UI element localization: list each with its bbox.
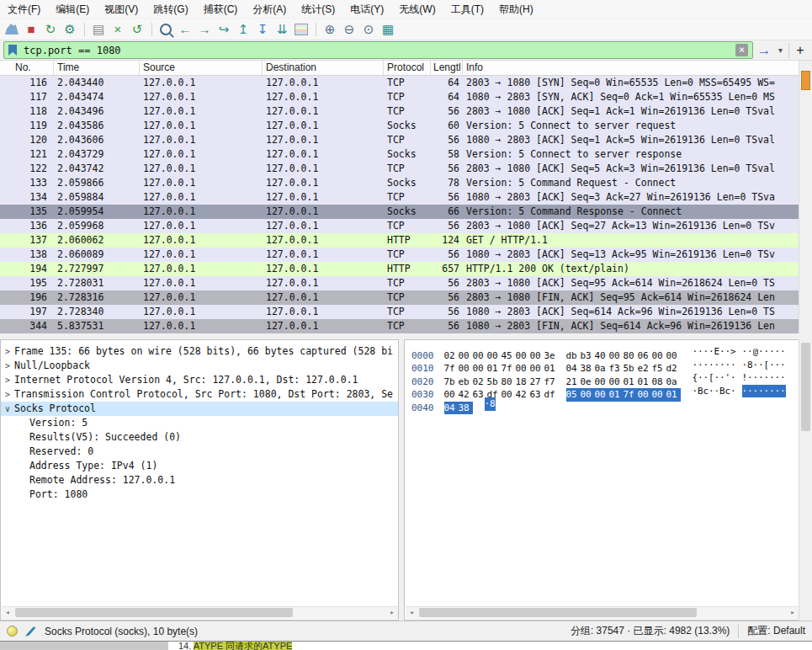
packet-row[interactable]: 134 2.059884 127.0.0.1 127.0.0.1 TCP 56 … xyxy=(0,190,799,205)
menu-item[interactable]: 编辑(E) xyxy=(48,0,97,19)
packet-row[interactable]: 195 2.728031 127.0.0.1 127.0.0.1 TCP 56 … xyxy=(0,276,799,290)
detail-line[interactable]: >Internet Protocol Version 4, Src: 127.0… xyxy=(1,373,398,387)
column-header-info[interactable]: Info xyxy=(463,61,799,75)
detail-line[interactable]: Reserved: 0 xyxy=(1,445,398,459)
collapse-icon[interactable]: ∨ xyxy=(1,402,14,416)
zoom-in-icon[interactable]: ⊕ xyxy=(321,20,339,39)
open-file-icon[interactable]: ▤ xyxy=(89,20,108,39)
filter-dropdown-icon[interactable]: ▾ xyxy=(775,45,786,55)
filter-expression[interactable]: tcp.port == 1080 xyxy=(24,45,735,56)
packet-row[interactable]: 122 2.043742 127.0.0.1 127.0.0.1 TCP 56 … xyxy=(0,162,799,176)
colorize-icon[interactable] xyxy=(292,20,310,39)
detail-line[interactable]: Results(V5): Succeeded (0) xyxy=(1,430,398,445)
hex-byte[interactable]: df xyxy=(544,388,559,402)
ascii-char[interactable]: 8 xyxy=(490,397,496,411)
packet-row[interactable]: 197 2.728340 127.0.0.1 127.0.0.1 TCP 56 … xyxy=(0,305,799,319)
column-header-time[interactable]: Time xyxy=(54,61,140,75)
detail-line[interactable]: Version: 5 xyxy=(1,416,398,430)
menu-item[interactable]: 跳转(G) xyxy=(146,0,195,19)
menu-item[interactable]: 电话(Y) xyxy=(342,0,391,19)
find-packet-icon[interactable] xyxy=(157,20,175,39)
go-to-packet-icon[interactable]: ↪ xyxy=(215,20,233,39)
hex-byte[interactable]: 38 xyxy=(459,402,473,415)
expand-icon[interactable]: > xyxy=(1,359,14,373)
packet-row[interactable]: 135 2.059954 127.0.0.1 127.0.0.1 Socks 6… xyxy=(0,205,799,219)
hex-byte[interactable]: 00 xyxy=(638,388,652,402)
filter-input[interactable]: tcp.port == 1080 × xyxy=(3,41,753,59)
hex-byte[interactable]: 00 xyxy=(595,388,609,402)
hex-byte[interactable]: 00 xyxy=(581,388,595,402)
start-capture-icon[interactable] xyxy=(3,20,21,39)
go-first-packet-icon[interactable]: ↥ xyxy=(234,20,252,39)
details-hscroll-thumb[interactable] xyxy=(15,608,293,617)
hex-byte[interactable]: 01 xyxy=(666,388,681,402)
detail-line[interactable]: ∨Socks Protocol xyxy=(1,402,398,416)
ascii-char[interactable]: · xyxy=(780,345,786,359)
column-header-protocol[interactable]: Protocol xyxy=(384,61,431,75)
filter-add-button[interactable]: + xyxy=(792,43,809,58)
scroll-right-icon[interactable]: ▸ xyxy=(386,607,398,618)
hex-byte[interactable]: 05 xyxy=(566,388,581,402)
packet-row[interactable]: 194 2.727997 127.0.0.1 127.0.0.1 HTTP 65… xyxy=(0,262,799,276)
status-profile[interactable]: 配置: Default xyxy=(747,624,805,638)
packet-row[interactable]: 116 2.043440 127.0.0.1 127.0.0.1 TCP 64 … xyxy=(0,76,799,90)
stop-capture-icon[interactable]: ■ xyxy=(22,20,40,39)
hex-byte[interactable]: 00 xyxy=(502,388,516,402)
filter-apply-button[interactable]: → xyxy=(753,42,775,59)
packet-row[interactable]: 196 2.728316 127.0.0.1 127.0.0.1 TCP 56 … xyxy=(0,290,799,305)
auto-scroll-icon[interactable]: ⇊ xyxy=(273,20,291,39)
menu-item[interactable]: 帮助(H) xyxy=(491,0,541,19)
column-header-source[interactable]: Source xyxy=(140,61,263,75)
detail-line[interactable]: >Frame 135: 66 bytes on wire (528 bits),… xyxy=(1,344,398,359)
packet-row[interactable]: 138 2.060089 127.0.0.1 127.0.0.1 TCP 56 … xyxy=(0,248,799,262)
hex-hscroll-thumb[interactable] xyxy=(419,608,697,617)
hex-byte[interactable]: 63 xyxy=(530,388,544,402)
detail-line[interactable]: Remote Address: 127.0.0.1 xyxy=(1,473,398,488)
hex-byte[interactable]: 04 xyxy=(444,402,459,415)
expand-icon[interactable]: > xyxy=(1,373,14,387)
ascii-char[interactable]: · xyxy=(780,385,786,398)
packet-row[interactable]: 344 5.837531 127.0.0.1 127.0.0.1 TCP 56 … xyxy=(0,319,799,333)
column-header-destination[interactable]: Destination xyxy=(263,61,384,75)
packet-row[interactable]: 119 2.043586 127.0.0.1 127.0.0.1 Socks 6… xyxy=(0,119,799,133)
capture-options-icon[interactable]: ⚙ xyxy=(61,20,79,39)
menu-item[interactable]: 工具(T) xyxy=(443,0,491,19)
close-file-icon[interactable]: × xyxy=(109,20,127,39)
ascii-char[interactable]: · xyxy=(730,371,736,385)
menu-item[interactable]: 无线(W) xyxy=(391,0,443,19)
scroll-right-icon[interactable]: ▸ xyxy=(787,607,799,618)
ascii-char[interactable]: · xyxy=(730,359,736,372)
hex-hscrollbar[interactable]: ◂ ▸ xyxy=(406,606,799,619)
hex-vscroll-thumb[interactable] xyxy=(801,343,810,431)
hex-byte[interactable]: 7f xyxy=(624,388,638,402)
ascii-char[interactable]: > xyxy=(730,345,736,359)
go-back-icon[interactable]: ← xyxy=(176,20,194,39)
packet-row[interactable]: 133 2.059866 127.0.0.1 127.0.0.1 Socks 7… xyxy=(0,176,799,190)
packet-list-vscrollbar[interactable] xyxy=(799,61,812,333)
go-last-packet-icon[interactable]: ↧ xyxy=(253,20,272,39)
packet-row[interactable]: 136 2.059968 127.0.0.1 127.0.0.1 TCP 56 … xyxy=(0,219,799,233)
hex-vscrollbar[interactable] xyxy=(799,339,812,621)
hex-byte[interactable]: 00 xyxy=(652,388,666,402)
scroll-left-icon[interactable]: ◂ xyxy=(2,607,13,618)
expand-icon[interactable]: > xyxy=(1,344,14,359)
pane-splitter-horizontal[interactable] xyxy=(0,333,812,339)
menu-item[interactable]: 视图(V) xyxy=(97,0,146,19)
filter-clear-icon[interactable]: × xyxy=(735,44,748,56)
expert-info-icon[interactable] xyxy=(7,626,18,637)
zoom-reset-icon[interactable]: ⊙ xyxy=(359,20,378,39)
reload-file-icon[interactable]: ↺ xyxy=(128,20,146,39)
hex-byte[interactable]: 01 xyxy=(609,388,624,402)
details-hscrollbar[interactable]: ◂ ▸ xyxy=(2,606,398,619)
packet-row[interactable]: 118 2.043496 127.0.0.1 127.0.0.1 TCP 56 … xyxy=(0,104,799,119)
filter-bookmark-icon[interactable] xyxy=(8,45,17,56)
scroll-left-icon[interactable]: ◂ xyxy=(406,607,417,618)
hex-byte[interactable]: 42 xyxy=(516,388,530,402)
ascii-char[interactable]: · xyxy=(780,359,786,372)
ascii-char[interactable]: · xyxy=(730,385,736,398)
resize-columns-icon[interactable]: ▦ xyxy=(379,20,397,39)
restart-capture-icon[interactable]: ↻ xyxy=(41,20,60,39)
packet-row[interactable]: 121 2.043729 127.0.0.1 127.0.0.1 Socks 5… xyxy=(0,147,799,162)
menu-item[interactable]: 统计(S) xyxy=(294,0,342,19)
go-forward-icon[interactable]: → xyxy=(195,20,214,39)
